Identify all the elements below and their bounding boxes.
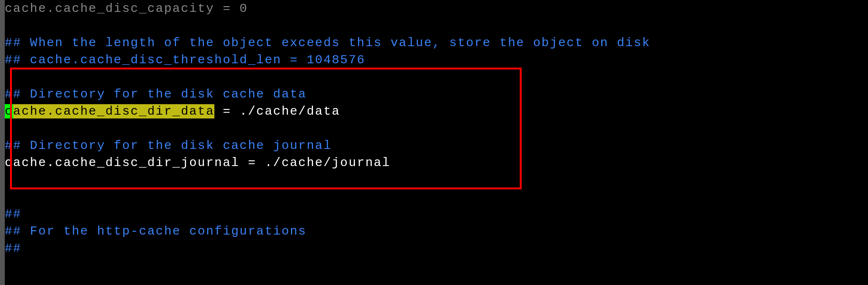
code-line-blank [5, 188, 868, 206]
code-line: cache.cache_disc_dir_journal = ./cache/j… [5, 154, 868, 171]
highlight-cursor: c [5, 104, 13, 118]
code-line-comment: ## [5, 206, 868, 223]
code-line-blank [5, 69, 868, 86]
code-line-comment: ## Directory for the disk cache data [5, 86, 868, 103]
code-line: cache.cache_disc_dir_data = ./cache/data [5, 103, 868, 120]
code-line-comment: ## When the length of the object exceeds… [5, 34, 868, 51]
code-text: = ./cache/data [214, 104, 340, 118]
code-editor[interactable]: cache.cache_disc_capacity = 0 ## When th… [0, 0, 868, 285]
code-line-comment: ## [5, 240, 868, 257]
code-line-comment: ## cache.cache_disc_threshold_len = 1048… [5, 51, 868, 69]
code-line-blank [5, 120, 868, 137]
highlight-search: ache.cache_disc_dir_data [13, 104, 214, 118]
code-line: cache.cache_disc_capacity = 0 [5, 0, 868, 17]
code-line-comment: ## Directory for the disk cache journal [5, 137, 868, 154]
code-line-comment: ## For the http-cache configurations [5, 223, 868, 240]
code-line-blank [5, 17, 868, 34]
code-line-blank [5, 171, 868, 188]
